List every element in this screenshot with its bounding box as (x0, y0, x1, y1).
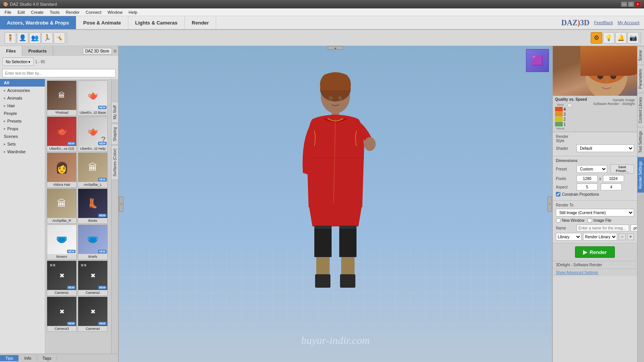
pixels-width-input[interactable] (577, 175, 598, 182)
show-advanced-settings[interactable]: Show Advanced Settings (553, 269, 637, 276)
viewport-cube[interactable]: 🟪 (526, 49, 549, 72)
tree-item-all[interactable]: All (0, 79, 45, 87)
toolbar-btn-render-active[interactable]: ⚙ (591, 32, 602, 44)
bot-tab-tips[interactable]: Tips (0, 355, 19, 361)
tree-item-props[interactable]: ▸Props (0, 125, 45, 133)
menu-help[interactable]: Help (126, 9, 141, 15)
thumb-camera3[interactable]: ✖ NEW Camera3 (47, 296, 77, 332)
preset-label: Preset (556, 167, 575, 171)
tab-products[interactable]: Products (22, 46, 53, 56)
render-library-select[interactable]: Render Library (583, 233, 617, 241)
thumb-camera1[interactable]: ✖ ✖✖ NEW Camera1 (47, 260, 77, 296)
menu-edit[interactable]: Edit (15, 9, 28, 15)
bot-tab-info[interactable]: Info (19, 355, 37, 361)
toolbar-btn-light[interactable]: 💡 (603, 32, 614, 44)
tree-item-scenes[interactable]: Scenes (0, 133, 45, 140)
toolbar-btn-figure5[interactable]: 🤸 (54, 32, 65, 44)
feedback-link[interactable]: FeedBack (594, 20, 613, 25)
shader-select[interactable]: Default (577, 144, 634, 152)
thumb-boots[interactable]: 👢 NEW Boots (78, 188, 108, 224)
thumb-row-4: 🏛 Archpillar_R 👢 NEW Boots (47, 188, 110, 224)
thumb-archpillar-l[interactable]: 🏛 NEW Archpillar_L (78, 152, 108, 188)
left-panel-options[interactable]: ≡ (113, 48, 117, 54)
tab-lights[interactable]: Lights & Cameras (128, 16, 185, 29)
tab-files[interactable]: Files (0, 46, 22, 56)
thumb-camera4[interactable]: ✖ NEW Camera4 (78, 296, 108, 332)
vert-tab-content-library[interactable]: Content Library (637, 93, 644, 127)
vert-tab-tool-settings[interactable]: Tool Settings (637, 127, 644, 157)
vert-tab-scene[interactable]: Scene (637, 46, 644, 65)
render-button[interactable]: ▶ Render (575, 246, 615, 258)
thumb-briefs[interactable]: 🩲 NEW Briefs (78, 224, 108, 260)
toolbar-btn-bell[interactable]: 🔔 (615, 32, 627, 44)
thumb-uberen-t2base[interactable]: 🫖 NEW UberEn...t2 Base (78, 80, 108, 116)
render-to-select[interactable]: Still Image (Current Frame) (556, 209, 634, 216)
thumb-uberen-t2help[interactable]: 🫖 ? NEW UberEn...t2 Help (78, 116, 108, 152)
aspect-height-input[interactable] (601, 183, 622, 190)
toolbar-btn-figure1[interactable]: 🧍 (5, 32, 16, 44)
toolbar-btn-figure4[interactable]: 🏃 (41, 32, 53, 44)
left-collapse-button[interactable]: ‹ (119, 197, 123, 212)
image-file-radio[interactable] (587, 218, 592, 223)
thumb-boxers[interactable]: 🩲 NEW Boxers (47, 224, 77, 260)
menu-tools[interactable]: Tools (47, 9, 63, 15)
save-preset-button[interactable]: Save Preset... (610, 164, 634, 174)
toolbar-btn-figure2[interactable]: 👤 (17, 32, 28, 44)
toolbar-btn-camera[interactable]: 📷 (628, 32, 639, 44)
orientation-cube[interactable]: 🟪 (526, 49, 549, 72)
myaccount-link[interactable]: My Account (618, 20, 639, 25)
new-window-radio[interactable] (556, 218, 561, 223)
vert-tab-parameters[interactable]: Parameters (637, 65, 644, 93)
constrain-proportions-checkbox[interactable] (556, 192, 560, 197)
tab-render[interactable]: Render (185, 16, 216, 29)
daz-store-button[interactable]: DAZ 3D Store (83, 48, 112, 54)
count-label: 1 - 80 (35, 57, 45, 66)
tab-pose[interactable]: Pose & Animate (76, 16, 128, 29)
side-tab-surfaces[interactable]: Surfaces (Color) (111, 145, 118, 180)
filter-input[interactable] (2, 69, 116, 77)
thumb-preload[interactable]: 🏛 *Preload (47, 80, 77, 116)
close-button[interactable]: ✕ (635, 2, 641, 7)
thumb-uberen-gl[interactable]: 🫖 NEW UberEn...ce (Gl) (47, 116, 77, 152)
lib-btn-plus[interactable]: + (627, 233, 634, 240)
window-controls[interactable]: — □ ✕ (621, 2, 641, 7)
filter-input-row (0, 67, 118, 79)
no-selection-button[interactable]: No Selection ▾ (2, 57, 34, 66)
side-tab-mystuff[interactable]: My Stuff (111, 102, 118, 123)
menu-create[interactable]: Create (28, 9, 47, 15)
thumb-archpillar-r[interactable]: 🏛 Archpillar_R (47, 188, 77, 224)
thumb-camera2[interactable]: ✖ ✖✖ NEW Camera2 (78, 260, 108, 296)
vert-tab-render-settings[interactable]: Render Settings (637, 157, 644, 193)
sample-image-label: Sample Image (589, 98, 635, 102)
tree-item-presets[interactable]: ▸Presets (0, 117, 45, 125)
thumb-aldora-hair[interactable]: 👩 Aldora Hair (47, 152, 77, 188)
tree-item-accessories[interactable]: ▸Accessories (0, 87, 45, 94)
side-tab-shaping[interactable]: Shaping (111, 124, 118, 145)
menu-file[interactable]: File (2, 9, 15, 15)
tree-item-wardrobe[interactable]: ▸Wardrobe (0, 148, 45, 156)
bot-tab-tags[interactable]: Tags (37, 355, 57, 361)
tree-item-hair[interactable]: ▸Hair (0, 102, 45, 110)
preset-select[interactable]: Custom (577, 165, 607, 173)
lib-btn-minus[interactable]: − (619, 233, 626, 240)
filename-input[interactable] (577, 224, 629, 231)
menu-connect[interactable]: Connect (83, 9, 105, 15)
tab-actors[interactable]: Actors, Wardrobe & Props (0, 16, 76, 29)
tree-item-people[interactable]: People (0, 110, 45, 117)
toolbar-btn-figure3[interactable]: 👥 (29, 32, 41, 44)
menu-window[interactable]: Window (104, 9, 125, 15)
right-collapse-button[interactable]: › (547, 197, 552, 212)
menu-render[interactable]: Render (62, 9, 82, 15)
maximize-button[interactable]: □ (628, 2, 634, 7)
top-collapse-button[interactable]: ▲ (328, 46, 343, 50)
pixels-height-input[interactable] (603, 175, 624, 182)
minimize-button[interactable]: — (621, 2, 627, 7)
aspect-width-input[interactable] (577, 183, 598, 190)
svg-rect-5 (339, 226, 356, 257)
library-select[interactable]: Library (556, 233, 582, 241)
format-select[interactable]: .png .jpg (631, 224, 637, 231)
quality-indicator[interactable] (567, 103, 572, 108)
thumb-row-2: 🫖 NEW UberEn...ce (Gl) 🫖 ? NEW UberEn...… (47, 116, 110, 152)
tree-item-animals[interactable]: ▸Animals (0, 94, 45, 102)
tree-item-sets[interactable]: ▸Sets (0, 140, 45, 148)
